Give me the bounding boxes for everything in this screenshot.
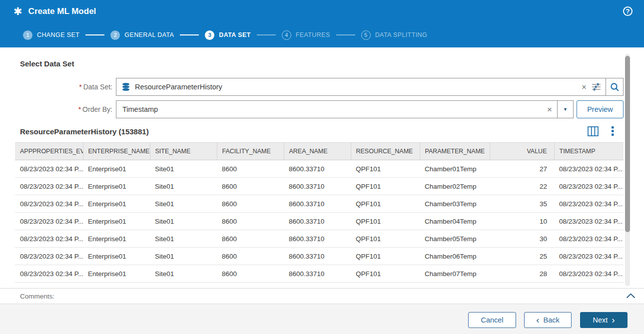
step-number: 4 (282, 30, 291, 40)
table-cell: 27 (490, 160, 554, 178)
chevron-left-icon: ‹ (536, 315, 539, 325)
table-cell: 08/23/2023 02:34 P... (554, 213, 624, 230)
table-cell: 8600.33710 (284, 248, 351, 265)
table-cell: 35 (490, 195, 554, 213)
step-number: 1 (23, 30, 32, 40)
table-cell: 8600 (217, 195, 284, 213)
table-cell: 8600 (217, 248, 284, 265)
table-cell: 08/23/2023 02:34 P... (15, 178, 83, 195)
order-by-combobox[interactable]: × (116, 100, 558, 118)
table-cell: Site01 (150, 213, 217, 230)
table-row: 08/23/2023 02:34 P...Enterprise01Site018… (15, 160, 624, 178)
table-cell: 8600.33710 (284, 195, 351, 213)
column-header[interactable]: TIMESTAMP (554, 143, 624, 160)
required-asterisk: * (78, 105, 81, 113)
create-ml-model-window: ✱ Create ML Model ? 1CHANGE SET2GENERAL … (0, 0, 644, 334)
table-cell: 8600 (217, 230, 284, 248)
wizard-step-data-splitting[interactable]: 5DATA SPLITTING (361, 30, 427, 40)
column-header[interactable]: ENTERPRISE_NAME (83, 143, 150, 160)
comments-label: Comments: (20, 289, 54, 304)
table-cell: Chamber01Temp (420, 160, 490, 178)
clear-icon[interactable]: × (582, 83, 587, 91)
column-header[interactable]: VALUE (490, 143, 554, 160)
chevron-down-icon: ▼ (563, 107, 568, 112)
next-button[interactable]: Next › (580, 312, 628, 328)
table-cell: 08/23/2023 02:34 P... (15, 160, 83, 178)
table-cell: 08/23/2023 02:34 P... (15, 248, 83, 265)
table-cell: Chamber02Temp (420, 178, 490, 195)
search-icon (610, 82, 620, 92)
data-set-combobox[interactable]: × (116, 78, 606, 96)
table-cell: 08/23/2023 02:34 P... (554, 230, 624, 248)
table-cell: Enterprise01 (83, 230, 150, 248)
search-button[interactable] (606, 78, 624, 96)
filter-sliders-icon[interactable] (592, 82, 601, 91)
table-cell: QPF101 (351, 248, 420, 265)
step-label: CHANGE SET (37, 31, 79, 38)
table-cell: 8600 (217, 160, 284, 178)
cancel-button[interactable]: Cancel (468, 312, 516, 328)
table-row: 08/23/2023 02:34 P...Enterprise01Site018… (15, 195, 624, 213)
column-header[interactable]: AREA_NAME (284, 143, 351, 160)
step-connector (180, 34, 199, 35)
preview-button[interactable]: Preview (577, 100, 624, 118)
wizard-step-general-data[interactable]: 2GENERAL DATA (110, 30, 174, 40)
step-label: DATA SPLITTING (375, 31, 427, 38)
clear-icon[interactable]: × (547, 105, 552, 114)
step-connector (257, 34, 276, 35)
table-cell: QPF101 (351, 178, 420, 195)
column-header[interactable]: PARAMETER_NAME (420, 143, 490, 160)
wizard-step-features[interactable]: 4FEATURES (282, 30, 330, 40)
table-row: 08/23/2023 02:34 P...Enterprise01Site018… (15, 248, 624, 265)
table-title: ResourceParameterHistory (153881) (20, 127, 149, 136)
table-cell: 08/23/2023 02:34 P... (554, 195, 624, 213)
table-header-row: APPPROPERTIES_EVEN...ENTERPRISE_NAMESITE… (15, 143, 624, 160)
table-cell: 08/23/2023 02:34 P... (15, 265, 83, 283)
column-header[interactable]: RESOURCE_NAME (351, 143, 420, 160)
table-cell: 08/23/2023 02:34 P... (15, 213, 83, 230)
vertical-scrollbar-thumb[interactable] (625, 56, 630, 232)
table-cell: Site01 (150, 195, 217, 213)
table-cell: Chamber07Temp (420, 265, 490, 283)
column-header[interactable]: FACILITY_NAME (217, 143, 284, 160)
step-label: DATA SET (219, 31, 250, 38)
table-row: 08/23/2023 02:34 P...Enterprise01Site018… (15, 178, 624, 195)
comments-bar: Comments: (0, 288, 644, 304)
wizard-step-change-set[interactable]: 1CHANGE SET (23, 30, 79, 40)
configure-columns-icon[interactable] (588, 126, 599, 136)
table-row: 08/23/2023 02:34 P...Enterprise01Site018… (15, 230, 624, 248)
order-by-input[interactable] (122, 105, 542, 113)
data-set-input[interactable] (135, 83, 577, 91)
page-title: Create ML Model (28, 6, 96, 16)
table-cell: QPF101 (351, 195, 420, 213)
table-cell: 08/23/2023 02:34 P... (554, 248, 624, 265)
column-header[interactable]: APPPROPERTIES_EVEN... (15, 143, 83, 160)
table-cell: Enterprise01 (83, 265, 150, 283)
back-button[interactable]: ‹ Back (524, 312, 572, 328)
table-cell: 10 (490, 213, 554, 230)
order-by-label: *Order By: (0, 100, 112, 118)
table-cell: Enterprise01 (83, 195, 150, 213)
step-connector (85, 34, 104, 35)
table-cell: 08/23/2023 02:34 P... (554, 265, 624, 283)
database-icon (121, 82, 130, 91)
data-set-label: *Data Set: (0, 78, 112, 96)
table-cell: 22 (490, 178, 554, 195)
table-cell: 08/23/2023 02:34 P... (15, 195, 83, 213)
dataset-preview-table: APPPROPERTIES_EVEN...ENTERPRISE_NAMESITE… (15, 142, 624, 283)
help-icon[interactable]: ? (623, 6, 633, 16)
table-cell: Enterprise01 (83, 178, 150, 195)
chevron-up-icon[interactable] (626, 293, 636, 299)
table-cell: Site01 (150, 248, 217, 265)
order-by-dropdown-button[interactable]: ▼ (557, 100, 574, 118)
kebab-menu-icon[interactable] (612, 126, 614, 136)
wizard-step-data-set[interactable]: 3DATA SET (205, 30, 250, 40)
table-cell: 8600.33710 (284, 265, 351, 283)
column-header[interactable]: SITE_NAME (150, 143, 217, 160)
table-cell: 8600.33710 (284, 160, 351, 178)
table-cell: Chamber06Temp (420, 248, 490, 265)
step-connector (336, 34, 355, 35)
table-cell: 8600.33710 (284, 230, 351, 248)
step-number: 2 (110, 30, 120, 40)
table-cell: 8600 (217, 178, 284, 195)
